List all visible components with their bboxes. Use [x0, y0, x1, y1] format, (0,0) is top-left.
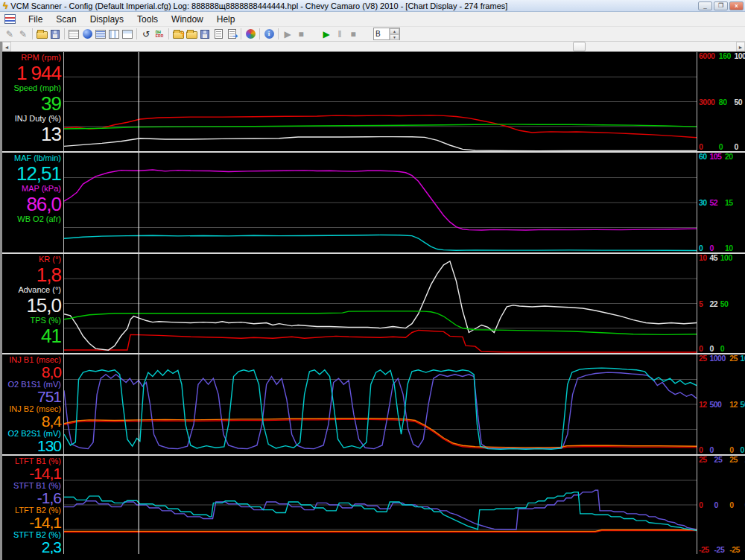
frame-spinner[interactable]: B▲▼: [372, 28, 400, 41]
param-value: 2,3: [2, 539, 61, 554]
axis-value: -25: [729, 546, 744, 554]
stop-scan-icon[interactable]: ■: [346, 28, 360, 41]
spinner-down-icon[interactable]: ▼: [390, 34, 399, 40]
playback-stop-icon[interactable]: ■: [294, 28, 308, 41]
scroll-left-icon[interactable]: ◄: [2, 42, 11, 51]
playback-stop-icon: ■: [298, 28, 303, 40]
playback-play-icon[interactable]: ▶: [281, 28, 294, 41]
pane-2-plot-area[interactable]: [63, 153, 697, 252]
axis-row-bot: 0010: [699, 244, 735, 252]
series-stft_b1: [64, 490, 697, 529]
pause-scan-icon[interactable]: ‖: [333, 28, 346, 41]
folder-shape: ϟ: [173, 31, 184, 39]
spinner-up-icon[interactable]: ▲: [390, 28, 399, 34]
parameter[interactable]: STFT B2 (%)2,3: [2, 530, 61, 554]
axis-value: 30: [699, 199, 708, 207]
export-arrow-icon: ➔: [232, 32, 238, 39]
parameter[interactable]: RPM (rpm)1 944: [2, 53, 61, 83]
parameter[interactable]: INJ B1 (msec)8,0: [2, 355, 61, 380]
gauge-display-icon[interactable]: [80, 28, 94, 41]
scrollbar-thumb[interactable]: [573, 42, 586, 51]
axis-value: 12: [729, 401, 738, 409]
start-scan-icon: ▶: [323, 28, 329, 40]
reread-icon[interactable]: ↺: [139, 28, 153, 41]
menu-item-window[interactable]: Window: [165, 13, 210, 26]
table-display-icon[interactable]: [107, 28, 121, 41]
minimize-button[interactable]: _: [698, 1, 712, 10]
param-value: 12,51: [2, 163, 61, 184]
save-config-icon[interactable]: [48, 28, 62, 41]
axis-value: 45: [709, 254, 718, 262]
parameter[interactable]: LTFT B1 (%)-14,1: [2, 456, 61, 481]
menu-bar: FileScanDisplaysToolsWindowHelp: [0, 12, 745, 27]
grid-display-icon[interactable]: [67, 28, 80, 41]
open-log-icon[interactable]: ϟ: [171, 28, 185, 41]
axis-value: 0: [729, 446, 738, 454]
parameter[interactable]: MAF (lb/min)12,51: [2, 153, 61, 184]
axis-value: 10: [699, 254, 708, 262]
axis-value: 25: [729, 354, 738, 363]
parameter[interactable]: KR (°)1,8: [2, 255, 61, 285]
stop-scan-icon: ■: [350, 28, 355, 40]
parameter[interactable]: TPS (%)41: [2, 316, 61, 346]
parameter[interactable]: Speed (mph)39: [2, 83, 61, 114]
param-value: 13: [2, 124, 61, 144]
close-button[interactable]: x: [729, 1, 744, 10]
axis-value: 25: [699, 354, 708, 363]
menu-item-scan[interactable]: Scan: [49, 13, 83, 26]
axis-value: 500: [741, 401, 745, 409]
pane-5-plot-area[interactable]: [63, 456, 697, 554]
title-bar[interactable]: ϟ VCM Scanner - Config (Default Imperial…: [0, 0, 745, 12]
chart-pane-4: INJ B1 (msec)8,0O2 B1S1 (mV)751INJ B2 (m…: [2, 353, 745, 454]
parameter[interactable]: INJ B2 (msec)8,4: [2, 404, 61, 429]
axis-value: -25: [714, 546, 729, 554]
browse-log-icon[interactable]: [185, 28, 198, 41]
axis-value: 0: [734, 143, 745, 151]
parameter[interactable]: MAP (kPa)86,0: [2, 184, 61, 214]
axis-row-mid: 52250: [699, 299, 735, 308]
save-log-icon[interactable]: [198, 28, 212, 41]
parameter[interactable]: WB O2 (afr): [2, 214, 61, 224]
parameter[interactable]: O2 B2S1 (mV)130: [2, 429, 61, 454]
scrollbar-track[interactable]: [11, 42, 736, 51]
scroll-right-icon[interactable]: ►: [736, 42, 745, 51]
parameter[interactable]: STFT B1 (%)-1,6: [2, 481, 61, 506]
open-config-folder-icon[interactable]: [35, 28, 48, 41]
tuner-sync-icon[interactable]: [244, 28, 257, 41]
axis-value: 100: [734, 52, 745, 60]
chart-pane-1: RPM (rpm)1 944Speed (mph)39INJ Duty (%)1…: [2, 52, 745, 151]
pane-3-plot-area[interactable]: [63, 254, 697, 353]
maximize-button[interactable]: ❐: [714, 1, 728, 10]
param-value: -1,6: [2, 490, 61, 506]
horizontal-scrollbar[interactable]: ◄ ►: [2, 42, 745, 52]
clear-dtc-icon[interactable]: DHERR: [153, 28, 166, 41]
pen2-icon: ✎: [19, 28, 27, 40]
dashboard-display-icon[interactable]: [121, 28, 134, 41]
menu-item-help[interactable]: Help: [210, 13, 242, 26]
axis-value: 1000: [709, 354, 728, 363]
series-map: [64, 170, 697, 230]
pen-icon[interactable]: ✎: [3, 28, 16, 41]
dtc-letters: DHERR: [156, 31, 164, 38]
menu-item-file[interactable]: File: [22, 13, 49, 26]
axis-value: 0: [729, 501, 744, 509]
parameter[interactable]: INJ Duty (%)13: [2, 114, 61, 144]
axis-value: 0: [714, 501, 729, 509]
chart-display-icon[interactable]: [94, 28, 107, 41]
frame-spinner-value[interactable]: B: [374, 28, 389, 39]
log-file-info-icon[interactable]: [212, 28, 225, 41]
menu-item-displays[interactable]: Displays: [83, 13, 130, 26]
pane-1-plot-area[interactable]: [63, 52, 697, 151]
export-log-icon[interactable]: ➔: [225, 28, 238, 41]
menu-item-tools[interactable]: Tools: [130, 13, 165, 26]
vcm-scanner-window: ϟ VCM Scanner - Config (Default Imperial…: [0, 0, 745, 560]
parameter[interactable]: LTFT B2 (%)-14,1: [2, 506, 61, 530]
playback-play-icon: ▶: [284, 28, 291, 40]
parameter[interactable]: Advance (°)15,0: [2, 285, 61, 316]
pen2-icon[interactable]: ✎: [16, 28, 30, 41]
parameter[interactable]: O2 B1S1 (mV)751: [2, 380, 61, 404]
vehicle-info-icon[interactable]: i: [262, 28, 276, 41]
start-scan-icon[interactable]: ▶: [320, 28, 333, 41]
pane-4-plot-area[interactable]: [63, 354, 697, 454]
chart-panes: RPM (rpm)1 944Speed (mph)39INJ Duty (%)1…: [2, 52, 745, 554]
